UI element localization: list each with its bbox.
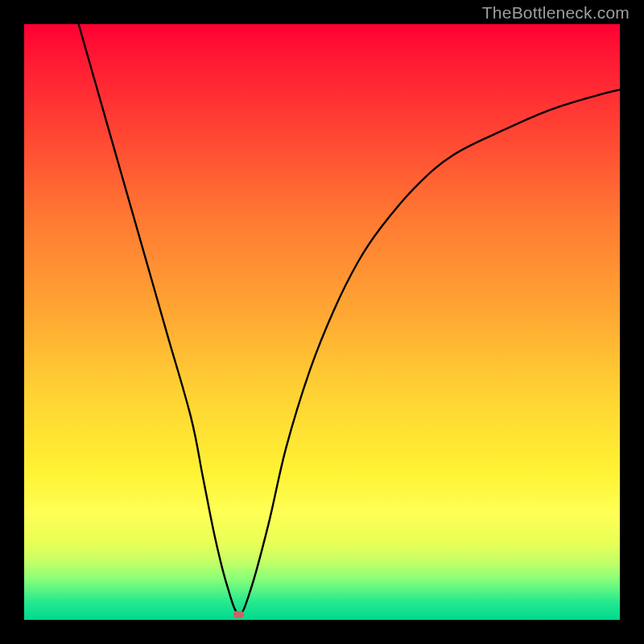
- watermark-label: TheBottleneck.com: [482, 3, 630, 23]
- minimum-marker: [233, 611, 244, 618]
- curve-svg: [24, 24, 620, 620]
- bottleneck-curve: [24, 0, 620, 614]
- chart-frame: TheBottleneck.com: [0, 0, 644, 644]
- plot-area: [24, 24, 620, 620]
